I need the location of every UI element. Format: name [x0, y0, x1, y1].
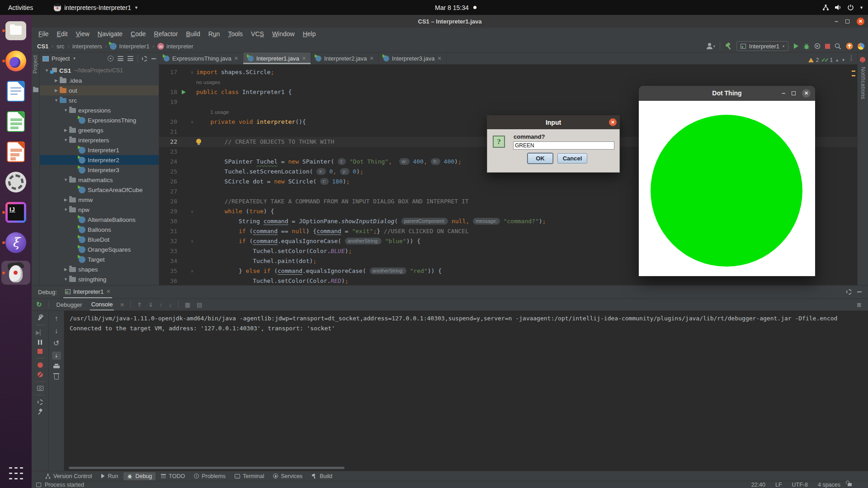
horizontal-scrollbar[interactable]	[69, 467, 344, 469]
stop-icon[interactable]	[38, 349, 42, 354]
dock-item-files[interactable]	[1, 19, 30, 42]
menu-file[interactable]: File	[34, 30, 53, 38]
menu-window[interactable]: Window	[268, 30, 299, 38]
minimize-button[interactable]: –	[835, 19, 838, 23]
tab-Interpreter1-java[interactable]: Interpreter1.java✕	[243, 52, 311, 64]
line-number[interactable]: 21	[159, 127, 180, 137]
hide-panel-icon[interactable]	[151, 58, 156, 59]
gutter-icon-area[interactable]	[180, 67, 189, 77]
tree-item-interpreters[interactable]: ▼interpreters	[40, 135, 159, 145]
fold-marker[interactable]	[189, 87, 195, 97]
line-number[interactable]: 17	[159, 67, 180, 77]
snapshot-icon[interactable]	[37, 386, 43, 391]
expand-all-icon[interactable]	[118, 56, 123, 61]
window-titlebar[interactable]: CS1 – Interpreter1.java – ✕	[32, 15, 868, 28]
gutter-icon-area[interactable]	[180, 256, 189, 266]
tree-item-BlueDot[interactable]: BlueDot	[40, 235, 159, 244]
line-number[interactable]: 32	[159, 236, 180, 246]
tree-item-mathematics[interactable]: ▼mathematics	[40, 175, 159, 185]
chevron-down-icon[interactable]: ▼	[72, 56, 76, 61]
tab-Interpreter2-java[interactable]: Interpreter2.java✕	[311, 52, 379, 64]
tab-Interpreter3-java[interactable]: Interpreter3.java✕	[379, 52, 447, 64]
tree-item-CS1[interactable]: ▼CS1~/IdeaProjects/CS1	[40, 66, 159, 75]
tree-item-Interpreter1[interactable]: Interpreter1	[40, 145, 159, 155]
gutter-icon-area[interactable]	[180, 246, 189, 256]
line-number[interactable]: 33	[159, 246, 180, 256]
fold-marker[interactable]	[189, 177, 195, 187]
tool-button-run[interactable]: Run	[97, 472, 122, 480]
fold-marker[interactable]	[189, 127, 195, 137]
gutter-icon-area[interactable]	[180, 167, 189, 177]
fold-marker[interactable]	[189, 187, 195, 197]
menu-run[interactable]: Run	[204, 30, 224, 38]
menu-refactor[interactable]: Refactor	[150, 30, 182, 38]
maximize-button[interactable]	[792, 91, 796, 95]
line-number[interactable]: 23	[159, 147, 180, 157]
rerun-icon[interactable]: ↻	[36, 300, 42, 309]
window-menu-button[interactable]: interpreters-Interpreter1 ▼	[54, 4, 138, 11]
error-stripe-mark[interactable]	[852, 75, 855, 76]
console-options-icon[interactable]: ≣	[857, 301, 862, 308]
tree-item-SurfaceAreaOfCube[interactable]: SurfaceAreaOfCube	[40, 185, 159, 195]
restore-button[interactable]	[845, 19, 849, 23]
gear-icon[interactable]	[38, 399, 43, 405]
error-stripe-mark[interactable]	[852, 70, 855, 72]
fold-marker[interactable]: ∨	[189, 236, 195, 246]
gutter-icon-area[interactable]	[180, 97, 189, 107]
cancel-button[interactable]: Cancel	[557, 153, 587, 164]
step-over-icon[interactable]: ⇓	[148, 301, 153, 308]
gutter-icon-area[interactable]	[180, 226, 189, 236]
search-everywhere-icon[interactable]	[835, 43, 841, 50]
fold-marker[interactable]	[189, 226, 195, 236]
gear-icon[interactable]	[142, 56, 147, 61]
tool-button-version-control[interactable]: Version Control	[42, 472, 95, 480]
tree-item-stringthing[interactable]: ▼stringthing	[40, 274, 159, 284]
fold-marker[interactable]: ∨	[189, 206, 195, 216]
tree-item-shapes[interactable]: ▶shapes	[40, 264, 159, 274]
tool-button-build[interactable]: Build	[308, 472, 336, 480]
menu-help[interactable]: Help	[299, 30, 320, 38]
notification-bell-icon[interactable]	[860, 57, 865, 61]
chevron-up-icon[interactable]: ▲	[835, 58, 839, 62]
menu-build[interactable]: Build	[182, 30, 204, 38]
line-number[interactable]: 27	[159, 187, 180, 197]
tree-item-expressions[interactable]: ▼expressions	[40, 105, 159, 115]
gutter-icon-area[interactable]	[180, 276, 189, 285]
fold-marker[interactable]	[189, 97, 195, 107]
layout-settings-icon[interactable]: ▤	[197, 301, 202, 308]
gutter-icon-area[interactable]	[180, 216, 189, 226]
fold-marker[interactable]	[189, 276, 195, 285]
chevron-right-icon[interactable]: ▶	[62, 267, 69, 272]
file-encoding[interactable]: UTF-8	[792, 482, 808, 488]
close-icon[interactable]: ✕	[370, 56, 374, 61]
menu-code[interactable]: Code	[127, 30, 150, 38]
breadcrumb-interpreters[interactable]: interpreters	[72, 43, 102, 50]
dock-item-libreoffice-impress[interactable]	[1, 140, 30, 164]
chevron-right-icon[interactable]: ▶	[62, 128, 69, 132]
show-execution-point-icon[interactable]: ⇑	[137, 301, 142, 308]
line-number[interactable]: 24	[159, 157, 180, 167]
run-button[interactable]	[793, 43, 799, 49]
line-number[interactable]: 29	[159, 206, 180, 216]
clear-console-icon[interactable]	[54, 375, 59, 380]
gutter-icon-area[interactable]	[180, 236, 189, 246]
tool-button-todo[interactable]: TODO	[157, 472, 189, 480]
tab-ExpressionsThing-java[interactable]: ExpressionsThing.java✕	[159, 52, 243, 64]
line-number[interactable]: 25	[159, 167, 180, 177]
update-icon[interactable]	[846, 42, 853, 50]
project-panel-title[interactable]: Project	[52, 55, 70, 62]
line-number[interactable]: 26	[159, 177, 180, 187]
wrench-icon[interactable]	[37, 314, 43, 321]
pin-icon[interactable]	[38, 409, 43, 414]
system-status-area[interactable]: ▼	[822, 4, 863, 11]
folder-tool-icon[interactable]	[33, 88, 38, 92]
menu-view[interactable]: View	[72, 30, 94, 38]
dock-app-grid-button[interactable]	[1, 461, 30, 485]
tree-item-OrangeSquares[interactable]: OrangeSquares	[40, 244, 159, 254]
select-opened-file-icon[interactable]	[108, 56, 113, 61]
tool-button-terminal[interactable]: ›_Terminal	[231, 472, 268, 480]
mute-breakpoints-icon[interactable]	[38, 372, 43, 377]
close-icon[interactable]: ✕	[302, 56, 306, 61]
breadcrumb-interpreter1[interactable]: Interpreter1	[110, 43, 149, 50]
fold-marker[interactable]: ∨	[189, 67, 195, 77]
